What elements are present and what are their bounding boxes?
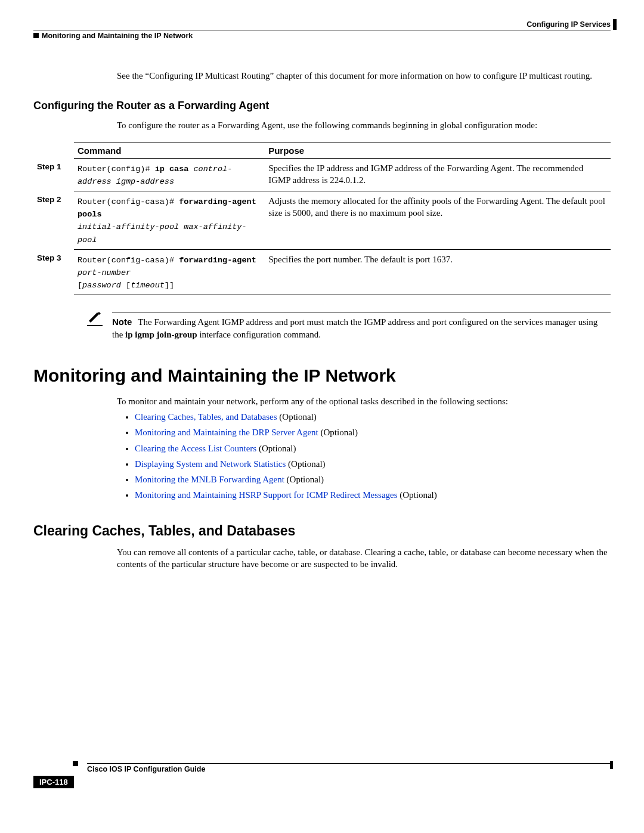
footer-block-icon <box>73 761 78 766</box>
link-drp-server[interactable]: Monitoring and Maintaining the DRP Serve… <box>135 428 318 437</box>
list-item: Clearing the Access List Counters (Optio… <box>135 442 611 454</box>
running-header-left-text: Monitoring and Maintaining the IP Networ… <box>42 32 193 40</box>
command-table: Command Purpose Step 1 Router(config)# i… <box>33 143 611 296</box>
link-clearing-caches[interactable]: Clearing Caches, Tables, and Databases <box>135 412 277 422</box>
list-item: Clearing Caches, Tables, and Databases (… <box>135 411 611 423</box>
purpose-cell: Specifies the port number. The default i… <box>265 249 611 295</box>
purpose-cell: Specifies the IP address and IGMP addres… <box>265 158 611 191</box>
note-block: NoteThe Forwarding Agent IGMP address an… <box>87 312 611 340</box>
section3-paragraph: You can remove all contents of a particu… <box>117 546 611 571</box>
footer-rule <box>87 763 611 764</box>
link-access-list[interactable]: Clearing the Access List Counters <box>135 444 256 453</box>
step-label: Step 2 <box>33 191 74 249</box>
link-system-stats[interactable]: Displaying System and Network Statistics <box>135 459 286 469</box>
list-item: Monitoring the MNLB Forwarding Agent (Op… <box>135 473 611 485</box>
note-label: Note <box>112 317 132 327</box>
header-block-icon <box>33 33 39 38</box>
table-head-purpose: Purpose <box>265 143 611 158</box>
header-rule <box>33 30 611 30</box>
page-footer: Cisco IOS IP Configuration Guide IPC-118 <box>33 763 611 788</box>
note-text: NoteThe Forwarding Agent IGMP address an… <box>112 312 611 340</box>
section2-link-list: Clearing Caches, Tables, and Databases (… <box>117 411 611 501</box>
page-number: IPC-118 <box>33 776 74 788</box>
list-item: Monitoring and Maintaining the DRP Serve… <box>135 426 611 438</box>
command-cell: Router(config)# ip casa control-address … <box>74 158 265 191</box>
list-item: Displaying System and Network Statistics… <box>135 458 611 470</box>
table-head-empty <box>33 143 74 158</box>
link-hsrp[interactable]: Monitoring and Maintaining HSRP Support … <box>135 490 398 500</box>
section-monitoring-title: Monitoring and Maintaining the IP Networ… <box>33 366 611 386</box>
section-clearing-caches-title: Clearing Caches, Tables, and Databases <box>33 523 611 539</box>
step-label: Step 1 <box>33 158 74 191</box>
intro-paragraph: See the “Configuring IP Multicast Routin… <box>117 70 611 82</box>
section1-paragraph: To configure the router as a Forwarding … <box>117 119 611 131</box>
section2-paragraph: To monitor and maintain your network, pe… <box>117 395 611 407</box>
table-row: Step 1 Router(config)# ip casa control-a… <box>33 158 611 191</box>
running-header-right: Configuring IP Services <box>33 20 611 29</box>
table-row: Step 3 Router(config-casa)# forwarding-a… <box>33 249 611 295</box>
link-mnlb[interactable]: Monitoring the MNLB Forwarding Agent <box>135 475 284 484</box>
table-row: Step 2 Router(config-casa)# forwarding-a… <box>33 191 611 249</box>
command-cell: Router(config-casa)# forwarding-agent po… <box>74 249 265 295</box>
section-configuring-router-title: Configuring the Router as a Forwarding A… <box>33 100 611 112</box>
running-header-left: Monitoring and Maintaining the IP Networ… <box>33 32 611 40</box>
step-label: Step 3 <box>33 249 74 295</box>
purpose-cell: Adjusts the memory allocated for the aff… <box>265 191 611 249</box>
note-pencil-icon <box>87 312 103 340</box>
command-cell: Router(config-casa)# forwarding-agent po… <box>74 191 265 249</box>
list-item: Monitoring and Maintaining HSRP Support … <box>135 489 611 501</box>
footer-tick-icon <box>610 761 613 769</box>
footer-doc-title: Cisco IOS IP Configuration Guide <box>87 765 611 773</box>
table-head-command: Command <box>74 143 265 158</box>
